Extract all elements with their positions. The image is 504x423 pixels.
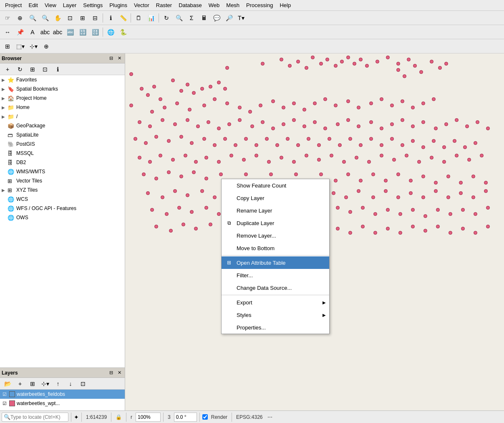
zoom-in-btn[interactable]: 🔍 (27, 13, 38, 23)
tooltip-btn[interactable]: 💬 (211, 13, 222, 23)
zoom-out-btn[interactable]: 🔍 (39, 13, 51, 23)
browser-info-btn[interactable]: ℹ (52, 64, 63, 75)
menu-raster[interactable]: Raster (153, 1, 175, 9)
layer-check-1[interactable]: ☑ (3, 401, 8, 406)
browser-tree-item-4[interactable]: ▶📁/ (0, 112, 125, 121)
zoom-extent-btn[interactable]: ⊡ (64, 13, 76, 23)
menu-database[interactable]: Database (175, 1, 205, 9)
browser-close-btn[interactable]: ✕ (116, 55, 123, 62)
layers-filter-btn[interactable]: ⊞ (27, 378, 38, 389)
ctx-menu-item-5[interactable]: Move to Bottom (222, 242, 329, 254)
layers-down-btn[interactable]: ↓ (65, 378, 76, 389)
locate-input[interactable] (10, 414, 66, 420)
label-abc-btn[interactable]: abc (39, 27, 51, 38)
browser-tree-item-0[interactable]: ▶⭐Favorites (0, 75, 125, 84)
layer-check-0[interactable]: ☑ (3, 392, 8, 397)
label-move-btn[interactable]: ↔ (2, 27, 13, 38)
zoom-selection-btn[interactable]: ⊟ (89, 13, 101, 23)
refresh-btn[interactable]: ↻ (161, 13, 172, 23)
layer-item-1[interactable]: ☑waterbeetles_wpt... (0, 399, 125, 408)
browser-refresh-btn[interactable]: ↻ (14, 64, 26, 75)
snapping-btn[interactable]: ⊹▾ (28, 41, 40, 52)
ctx-menu-item-0[interactable]: Show Feature Count (222, 179, 329, 192)
render-checkbox[interactable] (202, 414, 208, 420)
map-area[interactable]: Show Feature CountCopy LayerRename Layer… (125, 53, 504, 423)
locate-bar[interactable]: 🔍 (2, 413, 68, 422)
browser-tree-item-5[interactable]: 📦GeoPackage (0, 121, 125, 130)
layers-minimize-btn[interactable]: ⊟ (107, 369, 115, 377)
menu-processing[interactable]: Processing (243, 1, 276, 9)
browser-tree-item-1[interactable]: ▶🔖Spatial Bookmarks (0, 84, 125, 94)
menu-mesh[interactable]: Mesh (223, 1, 243, 9)
stats-btn[interactable]: 📊 (145, 13, 157, 23)
label-abc5-btn[interactable]: 🔠 (89, 27, 101, 38)
browser-tree-item-2[interactable]: ▶🏠Project Home (0, 94, 125, 103)
browser-tree-item-10[interactable]: 🌐WMS/WMTS (0, 167, 125, 176)
layers-add-btn[interactable]: + (14, 378, 26, 389)
layer-item-0[interactable]: ☑waterbeetles_fieldobs (0, 390, 125, 399)
browser-tree-item-12[interactable]: ▶⊞XYZ Tiles (0, 185, 125, 195)
identify-btn[interactable]: ℹ (105, 13, 116, 23)
measure-btn[interactable]: 📏 (117, 13, 129, 23)
browser-collapse-btn[interactable]: ⊡ (39, 64, 51, 75)
text-btn[interactable]: T▾ (236, 13, 247, 23)
ctx-menu-item-11[interactable]: Properties... (222, 321, 329, 334)
menu-edit[interactable]: Edit (25, 1, 41, 9)
browser-tree-item-14[interactable]: 🌐WFS / OGC API - Features (0, 204, 125, 213)
layers-expand-btn[interactable]: ⊡ (77, 378, 89, 389)
label-abc2-btn[interactable]: abc (52, 27, 63, 38)
angle-input[interactable] (174, 413, 197, 422)
browser-filter-btn[interactable]: ⊞ (27, 64, 38, 75)
browser-tree-item-6[interactable]: 🗃SpatiaLite (0, 130, 125, 139)
ctx-menu-item-4[interactable]: Remove Layer... (222, 229, 329, 242)
label-show-btn[interactable]: A (27, 27, 38, 38)
lock-icon[interactable]: 🔒 (114, 414, 123, 420)
layers-up-btn[interactable]: ↑ (52, 378, 64, 389)
coord-btn[interactable]: ⊕ (40, 41, 52, 52)
browser-tree-item-3[interactable]: ▶📁Home (0, 103, 125, 112)
browser-tree-item-8[interactable]: 🗄MSSQL (0, 149, 125, 158)
menu-view[interactable]: View (41, 1, 60, 9)
ctx-menu-item-6[interactable]: ⊞Open Attribute Table (222, 256, 329, 269)
menu-vector[interactable]: Vector (131, 1, 153, 9)
browser-tree-item-7[interactable]: 🐘PostGIS (0, 139, 125, 149)
more-icon[interactable]: ⋯ (266, 414, 274, 420)
layers-filter2-btn[interactable]: ⊹▾ (39, 378, 51, 389)
filter-btn[interactable]: 🔍 (173, 13, 185, 23)
ctx-menu-item-10[interactable]: Styles (222, 309, 329, 321)
select-btn[interactable]: ⊕ (14, 13, 26, 23)
layer-btn[interactable]: ⬚▾ (14, 41, 27, 52)
python-btn[interactable]: 🐍 (117, 27, 129, 38)
epsg-label[interactable]: EPSG:4326 (234, 414, 264, 420)
menu-settings[interactable]: Settings (80, 1, 106, 9)
layers-open-btn[interactable]: 📂 (2, 378, 13, 389)
ctx-menu-item-1[interactable]: Copy Layer (222, 192, 329, 204)
label-abc3-btn[interactable]: 🔤 (64, 27, 76, 38)
zoom-layer-btn[interactable]: ⊞ (77, 13, 88, 23)
menu-project[interactable]: Project (2, 1, 25, 9)
label-pin-btn[interactable]: 📌 (14, 27, 26, 38)
snap-btn[interactable]: ⊞ (2, 41, 13, 52)
layers-close-btn[interactable]: ✕ (116, 369, 123, 377)
ctx-menu-item-3[interactable]: ⧉Duplicate Layer (222, 217, 329, 229)
rotation-input[interactable] (136, 413, 161, 422)
ctx-menu-item-8[interactable]: Change Data Source... (222, 281, 329, 294)
browser-tree-item-11[interactable]: ⊞Vector Tiles (0, 176, 125, 185)
browser-add-btn[interactable]: + (2, 64, 13, 75)
open-table-btn[interactable]: 🗒 (133, 13, 144, 23)
menu-help[interactable]: Help (276, 1, 294, 9)
ctx-menu-item-2[interactable]: Rename Layer (222, 204, 329, 217)
pan-map-btn[interactable]: ✋ (52, 13, 63, 23)
ctx-menu-item-9[interactable]: Export (222, 296, 329, 309)
pan-tool-btn[interactable]: ☞ (2, 13, 13, 23)
browser-tree-item-13[interactable]: 🌐WCS (0, 195, 125, 204)
menu-layer[interactable]: Layer (60, 1, 80, 9)
browser-minimize-btn[interactable]: ⊟ (107, 55, 115, 62)
menu-web[interactable]: Web (205, 1, 223, 9)
menu-plugins[interactable]: Plugins (106, 1, 131, 9)
browser-tree-item-15[interactable]: 🌐OWS (0, 213, 125, 222)
globe-btn[interactable]: 🌐 (105, 27, 116, 38)
calc-btn[interactable]: 🖩 (198, 13, 210, 23)
sum-btn[interactable]: Σ (186, 13, 197, 23)
browser-tree-item-9[interactable]: 🗄DB2 (0, 158, 125, 167)
